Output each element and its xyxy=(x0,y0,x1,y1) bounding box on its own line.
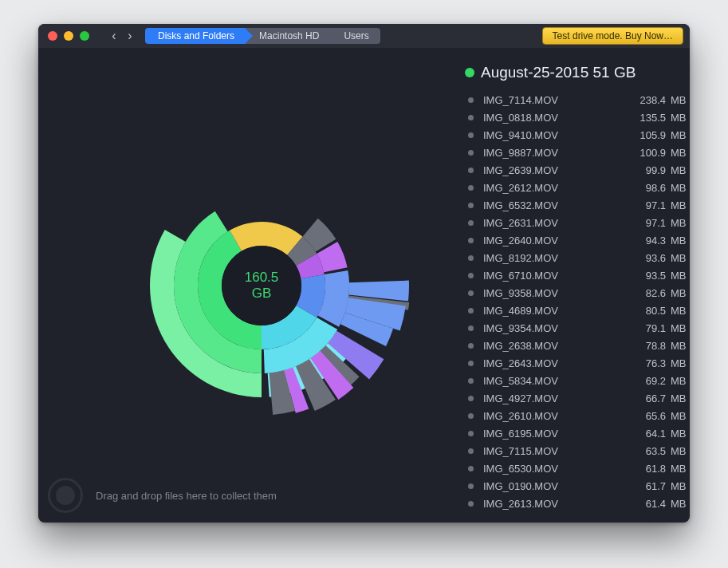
file-unit: MB xyxy=(671,147,690,159)
file-row[interactable]: IMG_6195.MOV64.1MB xyxy=(465,424,690,442)
file-unit: MB xyxy=(671,94,690,106)
file-row[interactable]: IMG_2638.MOV78.8MB xyxy=(465,337,690,354)
drop-hint: Drag and drop files here to collect them xyxy=(96,490,277,502)
file-row[interactable]: IMG_8192.MOV93.6MB xyxy=(465,249,690,266)
file-row[interactable]: IMG_2631.MOV97.1MB xyxy=(465,214,690,231)
file-name: IMG_9410.MOV xyxy=(483,129,629,141)
file-dot-icon xyxy=(468,115,474,120)
file-dot-icon xyxy=(468,185,474,191)
file-unit: MB xyxy=(671,463,690,475)
file-row[interactable]: IMG_7115.MOV63.5MB xyxy=(465,442,690,460)
file-size: 64.1 xyxy=(629,428,666,440)
file-dot-icon xyxy=(468,396,474,401)
file-name: IMG_6710.MOV xyxy=(483,270,629,282)
file-dot-icon xyxy=(468,466,474,471)
file-unit: MB xyxy=(671,305,690,317)
zoom-icon[interactable] xyxy=(80,31,89,41)
app-window: ‹ › Disks and FoldersMacintosh HDUsers T… xyxy=(38,24,690,523)
center-size-value: 160.5 xyxy=(245,270,279,286)
file-size: 69.2 xyxy=(629,375,666,387)
back-button[interactable]: ‹ xyxy=(107,29,121,43)
folder-color-dot xyxy=(465,68,474,77)
file-dot-icon xyxy=(468,255,474,261)
file-row[interactable]: IMG_4689.MOV80.5MB xyxy=(465,302,690,319)
file-name: IMG_2631.MOV xyxy=(483,217,629,229)
file-dot-icon xyxy=(468,448,474,454)
titlebar: ‹ › Disks and FoldersMacintosh HDUsers T… xyxy=(38,24,690,48)
file-row[interactable]: IMG_4927.MOV66.7MB xyxy=(465,389,690,407)
file-dot-icon xyxy=(468,132,474,138)
file-row[interactable]: IMG_2612.MOV98.6MB xyxy=(465,179,690,196)
file-row[interactable]: IMG_0818.MOV135.5MB xyxy=(465,108,690,126)
file-size: 238.4 xyxy=(629,94,666,106)
file-unit: MB xyxy=(671,340,690,352)
file-dot-icon xyxy=(468,431,474,436)
file-name: IMG_2643.MOV xyxy=(483,357,629,369)
sunburst-area[interactable]: 160.5 GB xyxy=(38,48,465,523)
content: 160.5 GB August-25-2015 51 GB IMG_7114.M… xyxy=(38,48,690,523)
file-size: 80.5 xyxy=(629,305,666,317)
file-row[interactable]: IMG_9410.MOV105.9MB xyxy=(465,126,690,144)
file-name: IMG_9358.MOV xyxy=(483,287,629,299)
panel-header[interactable]: August-25-2015 51 GB xyxy=(465,64,690,81)
file-name: IMG_9354.MOV xyxy=(483,322,629,334)
file-list: IMG_7114.MOV238.4MBIMG_0818.MOV135.5MBIM… xyxy=(465,91,690,512)
file-name: IMG_7115.MOV xyxy=(483,445,629,457)
file-unit: MB xyxy=(671,199,690,211)
center-size-label: 160.5 GB xyxy=(245,270,279,301)
forward-button[interactable]: › xyxy=(123,29,137,43)
traffic-lights xyxy=(48,31,89,41)
file-size: 97.1 xyxy=(629,199,666,211)
file-row[interactable]: IMG_6532.MOV97.1MB xyxy=(465,196,690,214)
file-row[interactable]: IMG_6710.MOV93.5MB xyxy=(465,266,690,284)
file-row[interactable]: IMG_9354.MOV79.1MB xyxy=(465,319,690,337)
file-size: 65.6 xyxy=(629,410,666,422)
file-unit: MB xyxy=(671,252,690,264)
file-row[interactable]: IMG_2613.MOV61.4MB xyxy=(465,495,690,512)
file-unit: MB xyxy=(671,287,690,299)
file-row[interactable]: IMG_9358.MOV82.6MB xyxy=(465,284,690,302)
breadcrumb-item[interactable]: Disks and Folders xyxy=(145,28,246,44)
panel-title: August-25-2015 51 GB xyxy=(481,64,690,81)
file-dot-icon xyxy=(468,483,474,489)
file-unit: MB xyxy=(671,357,690,369)
file-unit: MB xyxy=(671,182,690,194)
file-size: 78.8 xyxy=(629,340,666,352)
file-dot-icon xyxy=(468,97,474,103)
file-unit: MB xyxy=(671,480,690,492)
file-size: 66.7 xyxy=(629,392,666,404)
file-name: IMG_5834.MOV xyxy=(483,375,629,387)
file-size: 61.8 xyxy=(629,463,666,475)
breadcrumb: Disks and FoldersMacintosh HDUsers xyxy=(145,28,378,44)
breadcrumb-item[interactable]: Macintosh HD xyxy=(243,28,330,44)
file-name: IMG_6532.MOV xyxy=(483,199,629,211)
file-dot-icon xyxy=(468,273,474,278)
file-size: 63.5 xyxy=(629,445,666,457)
file-size: 82.6 xyxy=(629,287,666,299)
file-row[interactable]: IMG_2640.MOV94.3MB xyxy=(465,231,690,249)
file-dot-icon xyxy=(468,343,474,349)
minimize-icon[interactable] xyxy=(64,31,73,41)
file-row[interactable]: IMG_2643.MOV76.3MB xyxy=(465,354,690,372)
file-row[interactable]: IMG_5834.MOV69.2MB xyxy=(465,372,690,389)
file-row[interactable]: IMG_2610.MOV65.6MB xyxy=(465,407,690,424)
close-icon[interactable] xyxy=(48,31,57,41)
file-size: 105.9 xyxy=(629,129,666,141)
file-unit: MB xyxy=(671,129,690,141)
file-name: IMG_4689.MOV xyxy=(483,305,629,317)
file-row[interactable]: IMG_7114.MOV238.4MB xyxy=(465,91,690,108)
file-dot-icon xyxy=(468,290,474,296)
file-row[interactable]: IMG_9887.MOV100.9MB xyxy=(465,144,690,161)
drop-target-icon xyxy=(48,478,83,513)
buy-now-button[interactable]: Test drive mode. Buy Now… xyxy=(542,27,683,45)
file-unit: MB xyxy=(671,498,690,510)
drop-zone[interactable]: Drag and drop files here to collect them xyxy=(48,478,277,513)
file-unit: MB xyxy=(671,410,690,422)
file-name: IMG_2610.MOV xyxy=(483,410,629,422)
file-unit: MB xyxy=(671,164,690,176)
file-row[interactable]: IMG_0190.MOV61.7MB xyxy=(465,477,690,495)
file-name: IMG_0818.MOV xyxy=(483,112,629,124)
file-size: 98.6 xyxy=(629,182,666,194)
file-row[interactable]: IMG_2639.MOV99.9MB xyxy=(465,161,690,179)
file-row[interactable]: IMG_6530.MOV61.8MB xyxy=(465,460,690,477)
